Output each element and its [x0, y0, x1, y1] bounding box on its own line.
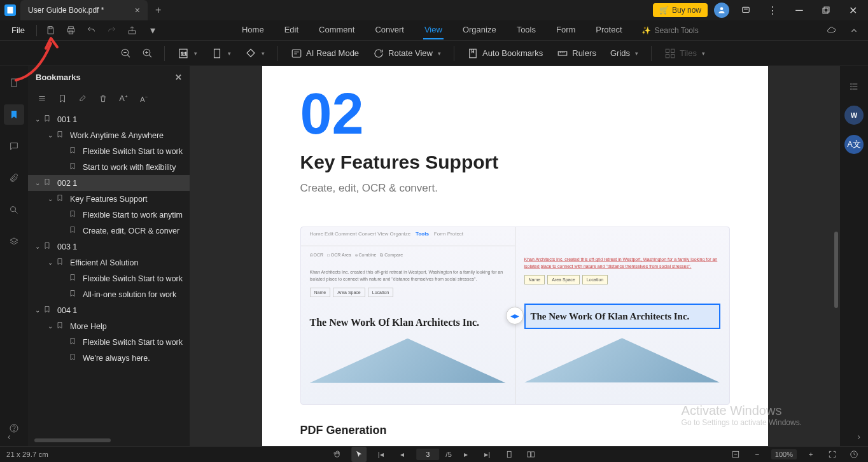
tab-home[interactable]: Home: [241, 21, 265, 39]
undo-icon[interactable]: [83, 22, 101, 39]
bookmarks-panel-icon[interactable]: [4, 104, 24, 125]
bookmark-item[interactable]: Flexible Switch Start to work: [28, 143, 190, 159]
tree-twisty-icon[interactable]: ⌄: [46, 195, 55, 202]
file-menu[interactable]: File: [5, 23, 31, 38]
read-mode-icon[interactable]: [846, 447, 862, 462]
thumbnail-panel-icon[interactable]: [4, 73, 24, 93]
bookmark-item[interactable]: Start to work with flexibility: [28, 159, 190, 175]
cloud-icon[interactable]: [822, 22, 840, 39]
minimize-button[interactable]: ─: [789, 0, 809, 20]
bookmark-item[interactable]: We're always here.: [28, 350, 190, 366]
search-tools[interactable]: ✨ Search Tools: [641, 26, 699, 35]
prev-page-icon[interactable]: ◂: [395, 447, 410, 462]
zoom-out-icon[interactable]: [117, 45, 135, 62]
single-page-view-icon[interactable]: [501, 447, 517, 462]
redo-icon[interactable]: [103, 22, 121, 39]
tab-organize[interactable]: Organize: [461, 21, 498, 39]
share-icon[interactable]: [123, 22, 141, 39]
font-increase-icon[interactable]: A+: [117, 92, 130, 105]
zoom-out-status-icon[interactable]: −: [750, 447, 765, 462]
print-icon[interactable]: [62, 22, 80, 39]
document-area[interactable]: 02 Key Features Support Create, edit, OC…: [190, 66, 840, 446]
bookmark-item[interactable]: ⌄004 1: [28, 302, 190, 318]
fullscreen-icon[interactable]: [825, 447, 840, 462]
tab-form[interactable]: Form: [555, 21, 577, 39]
nav-prev-icon[interactable]: ‹: [8, 431, 11, 442]
last-page-icon[interactable]: ▸|: [480, 447, 495, 462]
bookmark-item[interactable]: All-in-one solution for work: [28, 286, 190, 302]
bookmark-item[interactable]: ⌄Efficient AI Solution: [28, 255, 190, 270]
tab-view[interactable]: View: [423, 21, 444, 39]
attachments-panel-icon[interactable]: [4, 168, 24, 188]
page-input[interactable]: [416, 449, 439, 460]
bookmark-item[interactable]: ⌄Key Features Support: [28, 191, 190, 207]
tree-twisty-icon[interactable]: ⌄: [46, 132, 55, 139]
tree-twisty-icon[interactable]: ⌄: [33, 243, 42, 250]
background-button[interactable]: ▾: [240, 44, 270, 63]
bookmark-item[interactable]: ⌄More Help: [28, 318, 190, 334]
tab-comment[interactable]: Comment: [318, 21, 356, 39]
tree-twisty-icon[interactable]: ⌄: [46, 259, 55, 266]
more-icon[interactable]: ⋮: [762, 0, 783, 20]
bookmark-item[interactable]: Create, edit, OCR & conver: [28, 223, 190, 239]
next-page-icon[interactable]: ▸: [458, 447, 473, 462]
rename-icon[interactable]: [76, 92, 89, 105]
tiles-button[interactable]: Tiles▾: [659, 44, 710, 63]
zoom-in-icon[interactable]: [139, 45, 157, 62]
add-bookmark-icon[interactable]: [56, 92, 69, 105]
properties-icon[interactable]: [845, 78, 863, 95]
bookmark-item[interactable]: Flexible Switch Start to work: [28, 334, 190, 350]
ai-read-mode-button[interactable]: AI Read Mode: [286, 44, 364, 63]
word-export-icon[interactable]: W: [844, 106, 864, 125]
zoom-display[interactable]: 100%: [771, 449, 797, 459]
fit-width-icon[interactable]: [728, 447, 743, 462]
vertical-scrollbar[interactable]: [834, 232, 838, 308]
tab-convert[interactable]: Convert: [374, 21, 405, 39]
two-page-view-icon[interactable]: [523, 447, 538, 462]
translate-icon[interactable]: A文: [844, 135, 864, 154]
rotate-view-button[interactable]: Rotate View▾: [368, 44, 446, 63]
comments-panel-icon[interactable]: [4, 136, 24, 157]
tree-twisty-icon[interactable]: ⌄: [33, 179, 42, 186]
zoom-in-status-icon[interactable]: +: [803, 447, 818, 462]
bookmark-item[interactable]: ⌄002 1: [28, 175, 190, 191]
auto-bookmarks-button[interactable]: Auto Bookmarks: [462, 44, 548, 63]
font-decrease-icon[interactable]: A−: [137, 92, 150, 105]
dropdown-icon[interactable]: ▾: [144, 22, 162, 39]
rulers-button[interactable]: Rulers: [552, 44, 601, 63]
user-avatar[interactable]: [714, 3, 729, 18]
tab-edit[interactable]: Edit: [283, 21, 300, 39]
tab-protect[interactable]: Protect: [594, 21, 623, 39]
bookmark-item[interactable]: Flexible Start to work anytim: [28, 207, 190, 223]
nav-next-icon[interactable]: ›: [857, 431, 860, 442]
horizontal-scrollbar[interactable]: [34, 438, 183, 444]
hand-tool-icon[interactable]: [330, 447, 345, 462]
page-layout-button[interactable]: ▾: [206, 44, 236, 63]
notifications-icon[interactable]: [736, 0, 756, 20]
tree-twisty-icon[interactable]: ⌄: [46, 323, 55, 330]
close-window-button[interactable]: ✕: [843, 0, 863, 20]
layers-panel-icon[interactable]: [4, 232, 24, 252]
document-tab[interactable]: User Guide Book.pdf * ×: [20, 0, 148, 20]
select-tool-icon[interactable]: [351, 447, 367, 462]
tree-twisty-icon[interactable]: ⌄: [33, 116, 42, 123]
collapse-ribbon-icon[interactable]: [845, 22, 863, 39]
close-tab-icon[interactable]: ×: [135, 5, 140, 15]
bookmark-item[interactable]: ⌄001 1: [28, 111, 190, 127]
tree-twisty-icon[interactable]: ⌄: [33, 307, 42, 314]
expand-all-icon[interactable]: [36, 92, 48, 105]
save-icon[interactable]: [42, 22, 60, 39]
first-page-icon[interactable]: |◂: [373, 447, 388, 462]
bookmark-item[interactable]: ⌄003 1: [28, 239, 190, 255]
close-panel-icon[interactable]: ✕: [175, 73, 182, 82]
buy-now-button[interactable]: 🛒 Buy now: [653, 3, 708, 17]
maximize-button[interactable]: [816, 0, 836, 20]
delete-icon[interactable]: [97, 92, 109, 105]
search-panel-icon[interactable]: [4, 200, 24, 220]
bookmark-item[interactable]: ⌄Work Anytime & Anywhere: [28, 127, 190, 143]
grids-button[interactable]: Grids▾: [605, 45, 643, 62]
fit-page-button[interactable]: 1:1▾: [172, 44, 202, 63]
new-tab-button[interactable]: +: [148, 4, 169, 16]
bookmark-item[interactable]: Flexible Switch Start to work: [28, 270, 190, 286]
tab-tools[interactable]: Tools: [515, 21, 537, 39]
